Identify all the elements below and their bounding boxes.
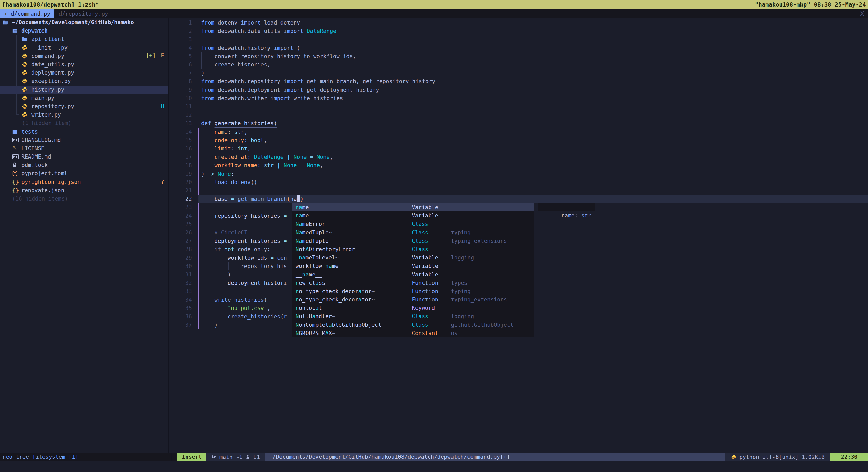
completion-item[interactable]: nameVariable — [292, 203, 534, 211]
tree-item[interactable]: {}renovate.json — [0, 186, 168, 195]
tree-item-label: deployment.py — [31, 70, 74, 76]
tree-item[interactable]: __init__.py — [0, 43, 168, 52]
code-line[interactable]: 3 — [169, 35, 868, 43]
filetype-section: python utf-8[unix] 1.02KiB — [725, 453, 831, 461]
code-line[interactable]: 19) -> None: — [169, 170, 868, 178]
tree-item-label: command.py — [31, 53, 64, 59]
tree-item[interactable]: writer.py — [0, 111, 168, 119]
lock-icon — [12, 162, 20, 168]
line-number: 27 — [169, 237, 192, 245]
tab-repository-py[interactable]: d/repository.py — [55, 9, 112, 18]
completion-item[interactable]: NotADirectoryErrorClass — [292, 245, 534, 254]
git-section: main ~1 E1 — [207, 453, 265, 461]
code-line[interactable]: 14 name: str, — [169, 128, 868, 136]
tree-item[interactable]: main.py — [0, 94, 168, 102]
completion-item[interactable]: NullHandler~Classlogging — [292, 312, 534, 321]
tree-item[interactable]: date_utils.py — [0, 60, 168, 68]
completion-item[interactable]: workflow_nameVariable — [292, 262, 534, 270]
tree-item[interactable]: command.py[+]E — [0, 52, 168, 60]
line-number: 32 — [169, 279, 192, 287]
tree-item-label: pyrightconfig.json — [21, 179, 81, 185]
completion-item[interactable]: no_type_check_decorator~Functiontyping_e… — [292, 295, 534, 304]
tree-item[interactable]: (16 hidden items) — [0, 195, 168, 203]
completion-item[interactable]: _nameToLevel~Variablelogging — [292, 254, 534, 262]
tree-item[interactable]: api_client — [0, 35, 168, 43]
completion-item[interactable]: NameErrorClass — [292, 220, 534, 228]
doc-type: str — [581, 212, 591, 219]
completion-kind: Class — [412, 321, 451, 329]
tree-item[interactable]: (1 hidden item) — [0, 119, 168, 127]
completion-item[interactable]: NonCompletableGithubObject~Classgithub.G… — [292, 321, 534, 329]
tmux-status-bar: [hamakou108/depwatch] 1:zsh* "hamakou108… — [0, 0, 868, 9]
code-line[interactable]: 5 convert_repository_history_to_workflow… — [169, 52, 868, 60]
completion-kind: Function — [412, 287, 451, 295]
code-line[interactable]: 18 workflow_name: str | None = None, — [169, 161, 868, 170]
line-number: 2 — [169, 27, 192, 35]
code-line[interactable]: 22~ base = get_main_branch(na) — [169, 195, 868, 203]
line-number: 28 — [169, 245, 192, 254]
tree-item-label: pyproject.toml — [21, 170, 67, 177]
code-line[interactable]: 21 — [169, 186, 868, 195]
tree-item[interactable]: history.py — [0, 86, 168, 94]
editor-pane[interactable]: 1from dotenv import load_dotenv2from dep… — [169, 18, 868, 453]
diagnostics-icon — [246, 454, 250, 460]
code-line[interactable]: 20 load_dotenv() — [169, 178, 868, 186]
tab-command-py[interactable]: + d/command.py — [0, 9, 55, 18]
code-line[interactable]: 1from dotenv import load_dotenv — [169, 19, 868, 27]
tree-item[interactable]: README.md — [0, 152, 168, 161]
tree-item[interactable]: {}pyrightconfig.json? — [0, 178, 168, 186]
tree-item[interactable]: exception.py — [0, 77, 168, 85]
tree-item[interactable]: pdm.lock — [0, 161, 168, 169]
tree-item[interactable]: CHANGELOG.md — [0, 136, 168, 144]
completion-kind: Class — [412, 245, 451, 254]
tree-item[interactable]: depwatch — [0, 27, 168, 35]
line-number: 3 — [169, 35, 192, 43]
tree-item[interactable]: deployment.py — [0, 68, 168, 77]
completion-source: typing_extensions — [451, 237, 534, 245]
doc-param: name: — [561, 212, 578, 219]
tmux-session-window[interactable]: [hamakou108/depwatch] 1:zsh* — [0, 0, 99, 9]
code-line[interactable]: 16 limit: int, — [169, 145, 868, 153]
neo-tree-statusline: neo-tree filesystem [1] — [0, 453, 172, 461]
completion-item[interactable]: no_type_check_decorator~Functiontyping — [292, 287, 534, 295]
completion-label: NamedTuple~ — [296, 237, 412, 245]
command-line[interactable] — [0, 461, 868, 472]
tree-item[interactable]: repository.pyH — [0, 102, 168, 111]
code-line[interactable]: 8from depwatch.repository import get_mai… — [169, 77, 868, 86]
completion-item[interactable]: nonlocalKeyword — [292, 304, 534, 312]
code-line[interactable]: 4from depwatch.history import ( — [169, 44, 868, 52]
code-line[interactable]: 11 — [169, 102, 868, 111]
tree-item-label: LICENSE — [21, 145, 44, 151]
tree-item[interactable]: LICENSE — [0, 144, 168, 152]
completion-source: github.GithubObject — [451, 321, 534, 329]
completion-item[interactable]: NamedTuple~Classtyping — [292, 229, 534, 237]
completion-item[interactable]: new_class~Functiontypes — [292, 279, 534, 287]
completion-item[interactable]: NamedTuple~Classtyping_extensions — [292, 237, 534, 245]
completion-item[interactable]: name=Variable — [292, 211, 534, 220]
tree-item[interactable]: pyproject.toml — [0, 169, 168, 178]
tree-item[interactable]: tests — [0, 127, 168, 136]
line-number: 19 — [169, 170, 192, 178]
code-line[interactable]: 12 — [169, 111, 868, 119]
completion-label: nonlocal — [296, 304, 412, 312]
completion-item[interactable]: NGROUPS_MAX~Constantos — [292, 329, 534, 337]
git-branch-icon — [211, 454, 216, 460]
code-line[interactable]: 15 code_only: bool, — [169, 136, 868, 145]
completion-kind: Function — [412, 279, 451, 287]
code-line[interactable]: 7) — [169, 69, 868, 77]
terminal-window: [hamakou108/depwatch] 1:zsh* "hamakou108… — [0, 0, 868, 472]
line-number: 18 — [169, 161, 192, 170]
mode-indicator: Insert — [177, 453, 207, 461]
code-line[interactable]: 10from depwatch.writer import write_hist… — [169, 94, 868, 102]
code-line[interactable]: 6 create_histories, — [169, 60, 868, 69]
code-line[interactable]: 13def generate_histories( — [169, 119, 868, 127]
completion-item[interactable]: __name__Variable — [292, 270, 534, 279]
line-number: 29 — [169, 254, 192, 262]
filesize-label: 1.02KiB — [802, 454, 825, 460]
code-line[interactable]: 9from depwatch.deployment import get_dep… — [169, 86, 868, 94]
tree-item[interactable]: ~/Documents/Development/GitHub/hamako — [0, 18, 168, 27]
code-line[interactable]: 17 created_at: DateRange | None = None, — [169, 153, 868, 161]
code-line[interactable]: 2from depwatch.date_utils import DateRan… — [169, 27, 868, 35]
tmux-clock: 08:38 — [814, 0, 831, 9]
close-icon[interactable]: X — [861, 9, 864, 18]
